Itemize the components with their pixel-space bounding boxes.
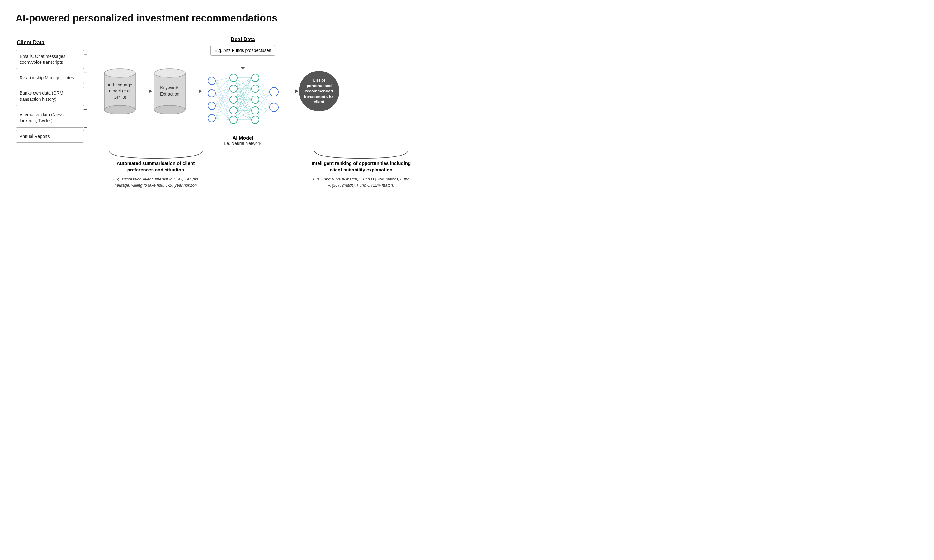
ai-model-sublabel: i.e. Neural Network	[224, 141, 261, 146]
svg-point-87	[270, 103, 278, 112]
svg-line-70	[256, 92, 270, 120]
cylinder-keywords: Keywords Extraction	[153, 66, 187, 116]
svg-line-17	[216, 78, 230, 81]
svg-point-80	[230, 116, 237, 123]
bottom-right-title: Intelligent ranking of opportunities inc…	[311, 160, 411, 173]
svg-point-72	[208, 77, 216, 85]
data-box-bank-data: Banks own data (CRM, transaction history…	[15, 87, 84, 106]
bottom-section: Automated summarisation of client prefer…	[15, 149, 420, 188]
svg-point-79	[230, 107, 237, 114]
svg-point-86	[270, 88, 278, 96]
svg-point-85	[251, 116, 259, 123]
svg-point-82	[251, 85, 259, 92]
bottom-right-col: Intelligent ranking of opportunities inc…	[308, 149, 414, 188]
svg-line-36	[216, 118, 230, 120]
data-box-alt-data: Alternative data (News, Linkedin, Twitte…	[15, 109, 84, 128]
bottom-right-subtitle: E.g. Fund B (78% match), Fund D (52% mat…	[311, 176, 411, 188]
deal-data-example: E.g. Alts Funds prospectuses	[210, 45, 275, 56]
data-box-rm-notes: Relationship Manager notes	[15, 72, 84, 85]
svg-point-78	[230, 96, 237, 103]
bracket-connector-left	[84, 36, 103, 146]
bottom-left-title: Automated summarisation of client prefer…	[106, 160, 205, 173]
bottom-spacer	[209, 149, 308, 188]
svg-point-76	[230, 74, 237, 82]
svg-point-75	[208, 114, 216, 122]
svg-point-74	[208, 102, 216, 109]
cylinder1-label: AI Language model (e.g. GPT3)	[103, 82, 137, 100]
client-data-header: Client Data	[15, 40, 45, 46]
svg-point-77	[230, 85, 237, 92]
svg-line-34	[216, 100, 230, 118]
deal-data-header: Deal Data	[231, 36, 255, 43]
neural-network-diagram	[202, 70, 283, 134]
output-circle: List of personalised recommended investm…	[299, 71, 339, 111]
svg-marker-16	[199, 89, 202, 93]
client-data-boxes: Emails, Chat messages, zoom/voice transc…	[15, 50, 84, 143]
svg-point-73	[208, 89, 216, 97]
cylinder2-label: Keywords Extraction	[153, 85, 187, 97]
cylinder-ai-language: AI Language model (e.g. GPT3)	[103, 66, 137, 116]
arrow-1	[137, 88, 153, 95]
svg-point-13	[154, 105, 185, 114]
page-title: AI-powered personalized investment recom…	[15, 12, 420, 24]
svg-line-63	[256, 78, 270, 107]
svg-line-35	[216, 111, 230, 118]
arrow-2	[187, 88, 202, 95]
data-box-emails: Emails, Chat messages, zoom/voice transc…	[15, 50, 84, 69]
svg-point-81	[251, 74, 259, 82]
neural-network-section: Deal Data E.g. Alts Funds prospectuses	[202, 36, 283, 146]
svg-marker-11	[149, 89, 153, 93]
arrow-3	[283, 88, 299, 95]
ai-model-label: AI Model	[233, 135, 253, 141]
brace-right	[311, 149, 411, 160]
svg-point-14	[154, 69, 185, 77]
svg-point-9	[104, 69, 136, 77]
bottom-left-subtitle: E.g. succession event, interest in ESG, …	[106, 176, 205, 188]
svg-point-84	[251, 107, 259, 114]
svg-line-20	[216, 81, 230, 111]
brace-left	[106, 149, 205, 160]
svg-marker-89	[295, 89, 299, 93]
bottom-left-col: Automated summarisation of client prefer…	[103, 149, 209, 188]
deal-data-arrow	[242, 58, 243, 68]
svg-line-24	[216, 93, 230, 100]
svg-point-83	[251, 96, 259, 103]
svg-point-8	[104, 105, 136, 114]
data-box-annual-reports: Annual Reports	[15, 130, 84, 143]
client-data-section: Client Data Emails, Chat messages, zoom/…	[15, 40, 84, 143]
